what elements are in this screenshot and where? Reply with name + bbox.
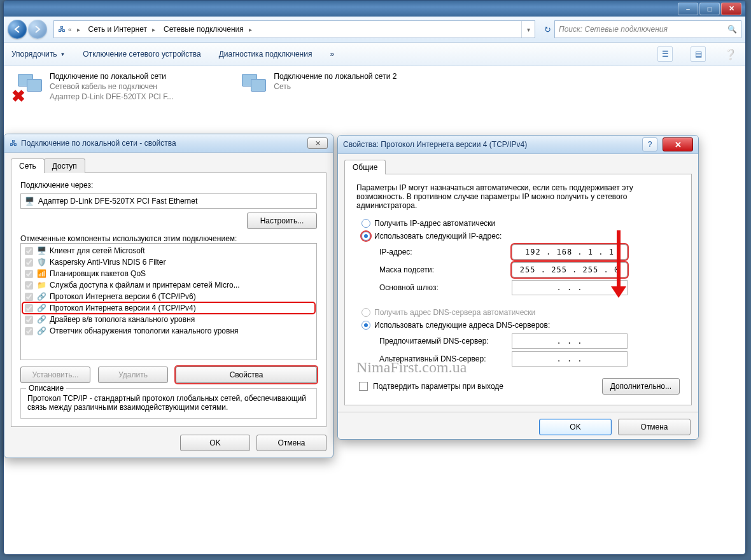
network-icon: 🖧 bbox=[10, 139, 17, 148]
search-input[interactable]: Поиск: Сетевые подключения 🔍 bbox=[554, 20, 741, 38]
nav-back-button[interactable] bbox=[8, 20, 27, 39]
radio-icon bbox=[361, 219, 370, 228]
dialog-close-button[interactable]: ✕ bbox=[307, 137, 328, 149]
breadcrumb[interactable]: 🖧 « Сеть и Интернет Сетевые подключения … bbox=[53, 20, 535, 38]
component-item[interactable]: 📶Планировщик пакетов QoS bbox=[22, 268, 315, 279]
explorer-titlebar: – □ ✕ bbox=[4, 1, 745, 17]
refresh-button[interactable]: ↻ bbox=[540, 25, 554, 34]
share-icon: 📁 bbox=[37, 281, 46, 290]
component-item[interactable]: 🛡️Kaspersky Anti-Virus NDIS 6 Filter bbox=[22, 256, 315, 268]
dns2-input[interactable]: . . . bbox=[512, 351, 628, 367]
toolbar-disable-label: Отключение сетевого устройства bbox=[83, 50, 200, 59]
component-item[interactable]: 🔗Протокол Интернета версии 6 (TCP/IPv6) bbox=[22, 291, 315, 302]
component-label: Планировщик пакетов QoS bbox=[50, 269, 146, 278]
dns2-label: Альтернативный DNS-сервер: bbox=[379, 354, 507, 363]
component-checkbox[interactable] bbox=[25, 304, 33, 312]
toolbar-diagnose-label: Диагностика подключения bbox=[219, 50, 312, 59]
component-checkbox[interactable] bbox=[25, 247, 33, 255]
toolbar-organize-label: Упорядочить bbox=[11, 50, 57, 59]
breadcrumb-dropdown-icon[interactable]: ▾ bbox=[522, 26, 535, 33]
ok-button[interactable]: OK bbox=[180, 435, 250, 451]
radio-label: Получить IP-адрес автоматически bbox=[374, 219, 495, 228]
toolbar-diagnose[interactable]: Диагностика подключения bbox=[219, 50, 312, 59]
connection-title: Подключение по локальной сети 2 bbox=[274, 71, 397, 81]
toolbar-disable-device[interactable]: Отключение сетевого устройства bbox=[83, 50, 200, 59]
gateway-input[interactable]: . . . bbox=[512, 280, 628, 295]
cancel-button[interactable]: Отмена bbox=[618, 419, 691, 435]
tabs: Сеть Доступ bbox=[11, 158, 326, 173]
component-checkbox[interactable] bbox=[25, 293, 33, 301]
toolbar-organize[interactable]: Упорядочить ▼ bbox=[11, 50, 65, 59]
component-item[interactable]: 🖥️Клиент для сетей Microsoft bbox=[22, 245, 315, 256]
connection-tile[interactable]: Подключение по локальной сети 2 Сеть bbox=[234, 70, 456, 106]
component-label: Служба доступа к файлам и принтерам сете… bbox=[50, 281, 240, 290]
tabs: Общие bbox=[344, 159, 692, 174]
component-checkbox[interactable] bbox=[25, 316, 33, 324]
component-checkbox[interactable] bbox=[25, 270, 33, 278]
dialog-titlebar: Свойства: Протокол Интернета версии 4 (T… bbox=[338, 136, 698, 154]
properties-button[interactable]: Свойства bbox=[176, 367, 317, 383]
dns1-input[interactable]: . . . bbox=[512, 333, 628, 349]
radio-label: Использовать следующий IP-адрес: bbox=[374, 232, 502, 241]
radio-static-dns[interactable]: Использовать следующие адреса DNS-сервер… bbox=[361, 321, 680, 330]
component-checkbox[interactable] bbox=[25, 327, 33, 335]
gateway-label: Основной шлюз: bbox=[379, 283, 507, 292]
uninstall-button[interactable]: Удалить bbox=[98, 367, 168, 383]
configure-button[interactable]: Настроить... bbox=[247, 213, 317, 229]
description-group: Описание Протокол TCP/IP - стандартный п… bbox=[20, 388, 317, 419]
description-text: Протокол TCP/IP - стандартный протокол г… bbox=[27, 394, 310, 412]
chevron-down-icon: ▼ bbox=[60, 52, 65, 57]
install-button[interactable]: Установить... bbox=[20, 367, 90, 383]
maximize-button[interactable]: □ bbox=[699, 3, 720, 15]
breadcrumb-seg-2[interactable]: Сетевые подключения bbox=[160, 25, 256, 34]
breadcrumb-seg-1[interactable]: Сеть и Интернет bbox=[85, 25, 160, 34]
radio-auto-dns: Получить адрес DNS-сервера автоматически bbox=[361, 308, 680, 317]
radio-auto-ip[interactable]: Получить IP-адрес автоматически bbox=[361, 219, 680, 228]
component-checkbox[interactable] bbox=[25, 258, 33, 267]
connection-properties-dialog: 🖧 Подключение по локальной сети - свойст… bbox=[4, 134, 333, 458]
advanced-button[interactable]: Дополнительно... bbox=[602, 378, 680, 395]
dialog-title: Свойства: Протокол Интернета версии 4 (T… bbox=[343, 140, 640, 149]
toolbar-more[interactable]: » bbox=[330, 50, 334, 59]
adapter-name: Адаптер D-Link DFE-520TX PCI Fast Ethern… bbox=[38, 197, 197, 206]
help-icon[interactable]: ❔ bbox=[724, 47, 738, 61]
component-item[interactable]: 🔗Драйвер в/в тополога канального уровня bbox=[22, 314, 315, 325]
intro-text: Параметры IP могут назначаться автоматич… bbox=[356, 183, 680, 210]
protocol-icon: 🔗 bbox=[37, 304, 46, 312]
tab-access[interactable]: Доступ bbox=[44, 158, 85, 173]
ip-address-input[interactable]: 192 . 168 . 1 . 1 bbox=[512, 244, 628, 260]
minimize-button[interactable]: – bbox=[678, 3, 698, 15]
connect-via-label: Подключение через: bbox=[20, 181, 317, 190]
window-close-button[interactable]: ✕ bbox=[721, 3, 741, 15]
connection-icon bbox=[235, 71, 269, 104]
ok-button[interactable]: OK bbox=[539, 419, 612, 435]
component-checkbox[interactable] bbox=[25, 281, 33, 290]
subnet-mask-input[interactable]: 255 . 255 . 255 . 0 bbox=[512, 262, 628, 277]
component-label: Протокол Интернета версии 6 (TCP/IPv6) bbox=[50, 292, 196, 301]
connection-tile[interactable]: ✖ Подключение по локальной сети Сетевой … bbox=[10, 70, 232, 106]
explorer-toolbar: Упорядочить ▼ Отключение сетевого устрой… bbox=[4, 43, 745, 66]
nav-forward-button[interactable] bbox=[28, 20, 47, 39]
component-item-ipv4[interactable]: 🔗Протокол Интернета версии 4 (TCP/IPv4) bbox=[22, 302, 315, 314]
breadcrumb-root[interactable]: 🖧 « bbox=[54, 25, 85, 34]
component-item[interactable]: 📁Служба доступа к файлам и принтерам сет… bbox=[22, 279, 315, 291]
tab-network[interactable]: Сеть bbox=[11, 158, 45, 173]
components-list[interactable]: 🖥️Клиент для сетей Microsoft 🛡️Kaspersky… bbox=[20, 243, 317, 360]
tab-general[interactable]: Общие bbox=[344, 160, 386, 174]
search-icon: 🔍 bbox=[727, 25, 737, 34]
preview-pane-icon[interactable]: ▤ bbox=[691, 46, 706, 62]
cancel-button[interactable]: Отмена bbox=[256, 435, 326, 451]
dns1-label: Предпочитаемый DNS-сервер: bbox=[379, 337, 507, 346]
qos-icon: 📶 bbox=[37, 269, 46, 278]
component-item[interactable]: 🔗Ответчик обнаружения топологии канально… bbox=[22, 325, 315, 337]
subnet-mask-label: Маска подсети: bbox=[379, 265, 507, 274]
radio-static-ip[interactable]: Использовать следующий IP-адрес: bbox=[361, 232, 680, 241]
radio-icon bbox=[361, 232, 370, 241]
help-button[interactable]: ? bbox=[642, 137, 657, 151]
dialog-close-button[interactable]: ✕ bbox=[663, 137, 693, 151]
tab-general-panel: Параметры IP могут назначаться автоматич… bbox=[344, 174, 692, 405]
arrow-left-icon bbox=[13, 25, 22, 34]
confirm-on-exit-checkbox[interactable] bbox=[359, 382, 368, 391]
search-placeholder: Поиск: Сетевые подключения bbox=[559, 25, 668, 34]
view-layout-icon[interactable]: ☰ bbox=[657, 46, 673, 62]
